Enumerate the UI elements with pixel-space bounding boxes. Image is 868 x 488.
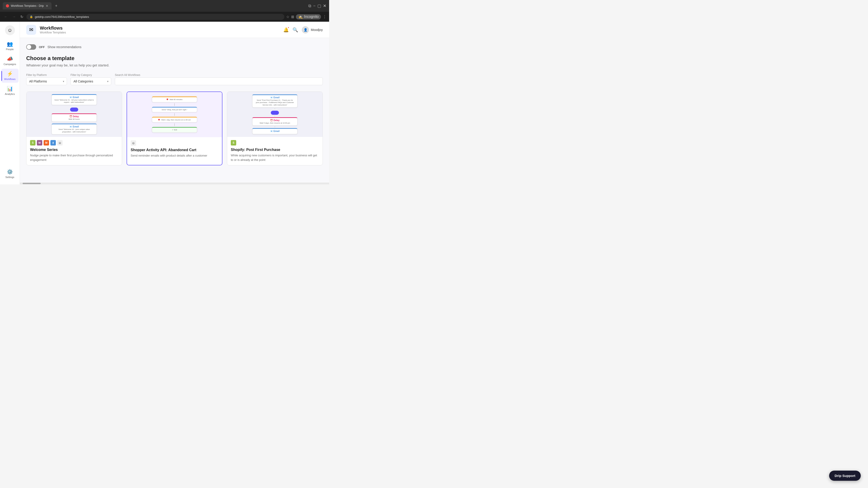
card-desc-welcome: Nudge people to make their first purchas…: [30, 153, 118, 162]
flow-connector-p1: [275, 108, 275, 109]
flow-connector-p3: [275, 127, 275, 127]
platform-shopify: S: [30, 140, 35, 145]
red-dot-2: [158, 119, 160, 121]
card-platforms-shopper: ☺: [131, 140, 218, 146]
main-content: ✉ Workflows Workflow Templates 🔔 🔍 👤 Moo…: [20, 22, 329, 184]
flow-node-email-s1: Send "Okay, that just ain't right.": [152, 107, 197, 112]
browser-menu-icon[interactable]: ⋮: [323, 15, 327, 19]
card-desc-shopify: While acquiring new customers is importa…: [231, 153, 319, 162]
flow-node-email1: 📧 Email Send "Welcome #1 - tell your sub…: [52, 94, 97, 105]
card-preview-shopify: 📧 Email Send "Post First Purchase #1 - T…: [227, 92, 322, 137]
flow-toggle: [70, 107, 78, 111]
address-bar[interactable]: 🔒 getdrip.com/7641396/workflow_templates: [26, 14, 284, 20]
user-name: Moodjoy: [311, 28, 323, 32]
close-button[interactable]: ✕: [323, 3, 327, 8]
nav-back-button[interactable]: ←: [3, 14, 9, 20]
page-header: ✉ Workflows Workflow Templates 🔔 🔍 👤 Moo…: [20, 22, 329, 38]
notification-dot: [287, 27, 289, 29]
card-preview-welcome: 📧 Email Send "Welcome #1 - tell your sub…: [26, 92, 122, 137]
card-preview-shopper: Wait 60 minutes Send "Okay, that just ai…: [127, 92, 222, 137]
category-select-wrapper: All Categories Welcome Abandoned Cart Po…: [70, 77, 111, 85]
flow-node-wait2: Wait 1 day, then resume at 11:00 am: [152, 117, 197, 123]
category-filter-label: Filter by Category: [70, 73, 111, 76]
minimize-button[interactable]: −: [313, 4, 315, 8]
browser-chrome: Workflows Templates - Drip ✕ + ⧉ − ▢ ✕: [0, 0, 329, 12]
workflows-icon: ⚡: [7, 71, 13, 77]
nav-refresh-button[interactable]: ↻: [19, 14, 25, 20]
nav-forward-button[interactable]: →: [11, 14, 17, 20]
choose-template-subtext: Whatever your goal may be, let us help y…: [26, 63, 323, 67]
search-input[interactable]: [115, 77, 323, 85]
search-icon[interactable]: 🔍: [292, 27, 298, 33]
recommendations-bar: OFF Show recommendations: [26, 44, 323, 50]
flow-node-delay1: ⏰ Delay Wait 48 hours: [52, 113, 97, 122]
toggle-knob: [27, 45, 31, 49]
browser-tab[interactable]: Workflows Templates - Drip ✕: [3, 2, 52, 9]
notification-bell[interactable]: 🔔: [283, 27, 289, 33]
platform-filter-select[interactable]: All Platforms Shopify WooCommerce Magent…: [26, 77, 67, 85]
user-menu[interactable]: 👤 Moodjoy: [302, 26, 323, 33]
platform-select-wrapper: All Platforms Shopify WooCommerce Magent…: [26, 77, 67, 85]
sidebar-label-analytics: Analytics: [5, 93, 15, 95]
flow-connector-p2: [275, 116, 275, 116]
template-card-shopify-purchase[interactable]: 📧 Email Send "Post First Purchase #1 - T…: [227, 92, 323, 165]
extensions-icon[interactable]: ⊞: [291, 15, 294, 19]
tab-favicon: [6, 4, 9, 7]
app-container: ☺ 👥 People 📣 Campaigns ⚡ Workflows 📊 Ana…: [0, 22, 329, 184]
active-indicator: [1, 71, 2, 81]
search-filter-label: Search All Workflows: [115, 73, 323, 76]
recommendations-toggle[interactable]: [26, 44, 36, 50]
flow-node-email-p1: 📧 Email Send "Post First Purchase #1 - T…: [252, 94, 298, 107]
page-title: Workflows: [40, 26, 280, 31]
red-dot-1: [166, 98, 168, 100]
flow-connector-s1: [174, 103, 175, 106]
content-area: OFF Show recommendations Choose a templa…: [20, 38, 329, 183]
recommendations-text: Show recommendations: [48, 45, 81, 49]
sidebar-label-settings: Settings: [5, 176, 14, 178]
platform-drip: ☺: [57, 140, 63, 145]
search-filter-group: Search All Workflows: [115, 73, 323, 85]
workflows-header-icon: ✉: [29, 27, 33, 33]
category-filter-group: Filter by Category All Categories Welcom…: [70, 73, 111, 85]
header-text: Workflows Workflow Templates: [40, 26, 280, 34]
platform-bitcoin: ₿: [51, 140, 56, 145]
maximize-button[interactable]: ▢: [317, 3, 321, 8]
new-tab-button[interactable]: +: [53, 3, 59, 9]
card-title-welcome: Welcome Series: [30, 148, 118, 152]
sidebar-item-workflows[interactable]: ⚡ Workflows: [1, 69, 19, 83]
sidebar-logo[interactable]: ☺: [5, 25, 15, 35]
flow-node-email2: 📧 Email Send "Welcome #2 - your unique v…: [52, 124, 97, 134]
card-platforms-welcome: S W M ₿ ☺: [30, 140, 118, 145]
card-body-shopper: ☺ Shopper Activity API: Abandoned Cart S…: [127, 137, 222, 161]
page-subtitle: Workflow Templates: [40, 31, 280, 34]
toggle-label: OFF: [39, 45, 45, 49]
incognito-label: Incognito: [304, 15, 319, 19]
workflow-diagram-welcome: 📧 Email Send "Welcome #1 - tell your sub…: [26, 92, 122, 137]
sidebar: ☺ 👥 People 📣 Campaigns ⚡ Workflows 📊 Ana…: [0, 22, 20, 184]
flow-node-delay-p1: ⏰ Delay Wait 5 days, then resume at 10:0…: [252, 117, 298, 126]
sidebar-item-campaigns[interactable]: 📣 Campaigns: [1, 54, 19, 68]
template-card-shopper-api[interactable]: Wait 60 minutes Send "Okay, that just ai…: [127, 92, 222, 165]
platform-filter-label: Filter by Platform: [26, 73, 67, 76]
platform-woo: W: [37, 140, 42, 145]
windows-list-icon[interactable]: ⧉: [308, 4, 311, 8]
choose-template-heading: Choose a template: [26, 55, 323, 61]
browser-nav: ← → ↻ 🔒 getdrip.com/7641396/workflow_tem…: [0, 12, 329, 22]
sidebar-item-settings[interactable]: ⚙️ Settings: [1, 167, 19, 181]
card-platforms-shopify: S: [231, 140, 319, 145]
platform-filter-group: Filter by Platform All Platforms Shopify…: [26, 73, 67, 85]
header-icon: ✉: [26, 25, 36, 35]
template-card-welcome-series[interactable]: 📧 Email Send "Welcome #1 - tell your sub…: [26, 92, 122, 165]
tab-close-button[interactable]: ✕: [46, 4, 49, 8]
incognito-badge: 🕵 Incognito: [296, 14, 321, 20]
platform-magento: M: [43, 140, 49, 145]
sidebar-label-people: People: [6, 48, 13, 51]
scroll-indicator[interactable]: [20, 183, 329, 184]
category-filter-select[interactable]: All Categories Welcome Abandoned Cart Po…: [70, 77, 111, 85]
sidebar-item-analytics[interactable]: 📊 Analytics: [1, 84, 19, 98]
flow-connector-s2: [174, 113, 175, 116]
flow-node-wait1: Wait 60 minutes: [152, 96, 197, 102]
card-body-welcome: S W M ₿ ☺ Welcome Series Nudge people to…: [26, 137, 122, 165]
bookmark-icon[interactable]: ☆: [286, 15, 289, 19]
sidebar-item-people[interactable]: 👥 People: [1, 39, 19, 53]
